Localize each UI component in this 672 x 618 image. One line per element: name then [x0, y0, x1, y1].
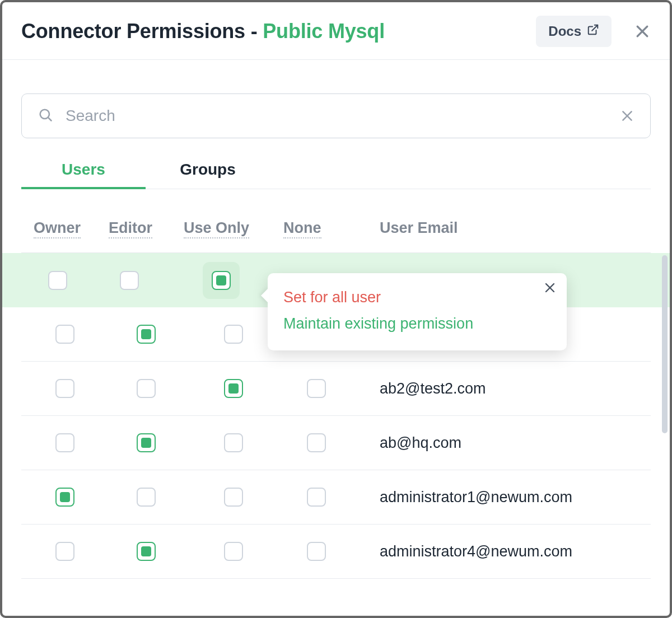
owner-checkbox[interactable]: [55, 325, 74, 344]
svg-line-4: [48, 118, 52, 121]
user-email: ab@hq.com: [349, 434, 651, 452]
use-only-checkbox[interactable]: [224, 542, 243, 561]
editor-checkbox[interactable]: [137, 325, 156, 344]
editor-checkbox[interactable]: [137, 433, 156, 452]
modal-header: Connector Permissions - Public Mysql Doc…: [2, 2, 670, 60]
user-email: administrator1@newum.com: [349, 489, 651, 506]
table-column-headers: Owner Editor Use Only None User Email: [21, 219, 651, 253]
popover-set-for-all[interactable]: Set for all user: [283, 284, 551, 311]
popover-maintain-existing[interactable]: Maintain existing permission: [283, 311, 551, 337]
docs-button[interactable]: Docs: [536, 16, 612, 47]
column-none[interactable]: None: [283, 219, 321, 238]
none-checkbox[interactable]: [307, 488, 326, 507]
editor-checkbox[interactable]: [137, 488, 156, 507]
editor-checkbox[interactable]: [137, 542, 156, 561]
none-checkbox[interactable]: [307, 542, 326, 561]
user-email: administrator4@newum.com: [349, 543, 651, 560]
tab-groups[interactable]: Groups: [146, 161, 270, 189]
owner-checkbox[interactable]: [55, 488, 74, 507]
owner-checkbox[interactable]: [55, 379, 74, 398]
all-use-only-checkbox[interactable]: [212, 271, 231, 290]
table-row: administrator4@newum.com: [21, 525, 651, 579]
search-box[interactable]: [21, 93, 651, 138]
all-owner-checkbox[interactable]: [48, 271, 67, 290]
modal-title: Connector Permissions - Public Mysql: [21, 20, 536, 43]
tab-users[interactable]: Users: [21, 161, 146, 189]
use-only-checkbox[interactable]: [224, 325, 243, 344]
use-only-checkbox[interactable]: [224, 488, 243, 507]
all-editor-checkbox[interactable]: [120, 271, 139, 290]
editor-checkbox[interactable]: [137, 379, 156, 398]
owner-checkbox[interactable]: [55, 542, 74, 561]
close-button[interactable]: [634, 23, 651, 40]
use-only-checkbox[interactable]: [224, 433, 243, 452]
title-prefix: Connector Permissions -: [21, 20, 263, 43]
table-row: administrator1@newum.com: [21, 470, 651, 525]
search-input[interactable]: [64, 106, 620, 125]
none-checkbox[interactable]: [307, 379, 326, 398]
use-only-checkbox[interactable]: [224, 379, 243, 398]
search-icon: [38, 107, 53, 125]
external-link-icon: [587, 24, 599, 39]
tab-bar: Users Groups: [21, 161, 651, 189]
table-row: ab@hq.com: [21, 416, 651, 470]
user-email: ab2@test2.com: [349, 380, 651, 397]
apply-to-all-popover: Set for all user Maintain existing permi…: [268, 273, 567, 350]
docs-label: Docs: [548, 24, 581, 39]
column-editor[interactable]: Editor: [109, 219, 152, 238]
popover-close-button[interactable]: [543, 281, 557, 294]
column-owner[interactable]: Owner: [34, 219, 81, 238]
column-use-only[interactable]: Use Only: [184, 219, 249, 238]
owner-checkbox[interactable]: [55, 433, 74, 452]
connector-name: Public Mysql: [263, 20, 385, 43]
scrollbar-thumb[interactable]: [662, 255, 668, 433]
none-checkbox[interactable]: [307, 433, 326, 452]
svg-line-0: [592, 25, 598, 31]
column-user-email: User Email: [380, 219, 458, 236]
search-clear-button[interactable]: [620, 109, 634, 123]
table-row: ab2@test2.com: [21, 362, 651, 416]
all-use-only-checkbox-wrapper: [203, 262, 240, 299]
